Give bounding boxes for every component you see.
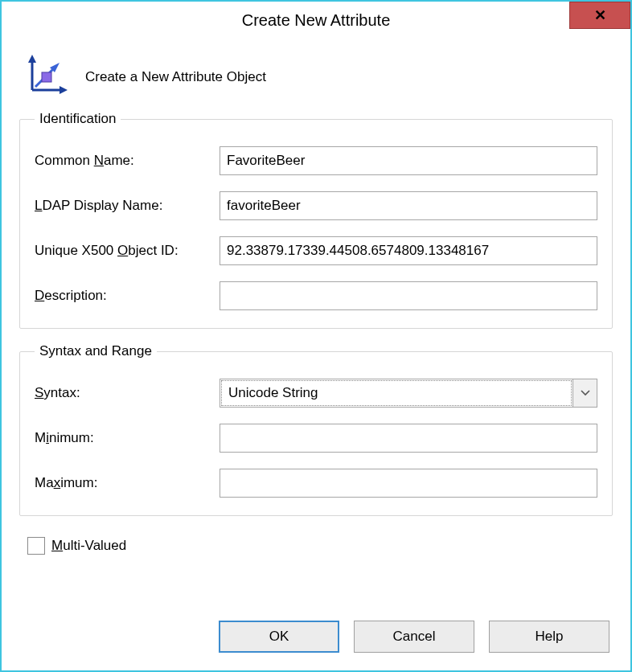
multi-valued-label[interactable]: Multi-Valued [51,538,126,554]
window-title: Create New Attribute [242,11,391,30]
syntax-value: Unicode String [221,380,572,406]
maximum-input[interactable] [220,469,597,498]
close-icon: ✕ [594,8,606,23]
close-button[interactable]: ✕ [569,2,630,29]
help-button[interactable]: Help [489,621,609,653]
description-label: Description: [35,288,220,304]
multi-valued-row: Multi-Valued [27,537,613,555]
svg-rect-6 [42,72,51,82]
ldap-input[interactable] [220,191,597,220]
dialog-content: Create a New Attribute Object Identifica… [2,39,630,670]
cancel-button[interactable]: Cancel [354,621,474,653]
attribute-icon [24,53,69,101]
common-name-label: Common Name: [35,153,220,169]
svg-marker-1 [28,55,36,63]
syntax-select[interactable]: Unicode String [220,379,597,408]
minimum-row: Minimum: [35,424,597,453]
common-name-row: Common Name: [35,146,597,175]
minimum-label: Minimum: [35,430,220,446]
ldap-label: LDAP Display Name: [35,198,220,214]
button-row: OK Cancel Help [19,621,613,658]
syntax-legend: Syntax and Range [35,343,157,359]
identification-group: Identification Common Name: LDAP Display… [19,111,613,329]
maximum-row: Maximum: [35,469,597,498]
ldap-row: LDAP Display Name: [35,191,597,220]
dialog-window: Create New Attribute ✕ Create a New Attr… [0,0,632,672]
minimum-input[interactable] [220,424,597,453]
chevron-down-icon [572,379,597,407]
identification-legend: Identification [35,111,121,127]
syntax-row: Syntax: Unicode String [35,379,597,408]
description-input[interactable] [220,281,597,310]
dialog-subtitle: Create a New Attribute Object [85,69,266,85]
oid-label: Unique X500 Object ID: [35,243,220,259]
svg-marker-3 [60,86,68,94]
ok-button[interactable]: OK [219,621,339,653]
syntax-label: Syntax: [35,385,220,401]
multi-valued-checkbox[interactable] [27,537,45,555]
header-row: Create a New Attribute Object [24,53,613,101]
common-name-input[interactable] [220,146,597,175]
maximum-label: Maximum: [35,475,220,491]
oid-input[interactable] [220,236,597,265]
titlebar: Create New Attribute ✕ [2,2,630,39]
oid-row: Unique X500 Object ID: [35,236,597,265]
syntax-group: Syntax and Range Syntax: Unicode String … [19,343,613,516]
description-row: Description: [35,281,597,310]
